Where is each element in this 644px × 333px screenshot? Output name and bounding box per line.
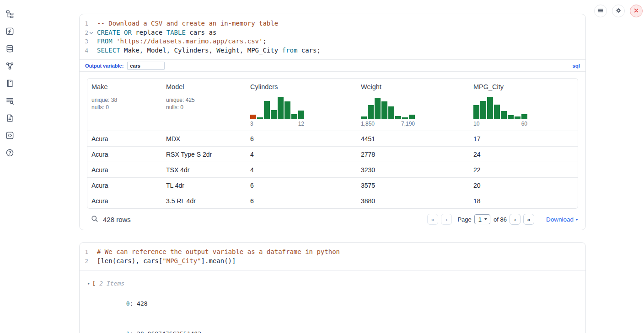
function-icon — [5, 27, 14, 37]
code-line: 2 CREATE OR replace TABLE cars as — [80, 28, 585, 37]
nulls-stat: nulls: 0 — [166, 104, 242, 111]
download-button[interactable]: Download — [546, 216, 578, 223]
sidebar-item-logs[interactable] — [5, 96, 15, 106]
code-line: 1 -- Download a CSV and create an in-mem… — [80, 19, 585, 28]
table-row[interactable]: Acura TSX 4dr 4 3230 22 — [87, 162, 578, 177]
page-select[interactable]: 1 — [474, 214, 490, 224]
next-page-button[interactable]: › — [510, 214, 521, 225]
shutdown-button[interactable] — [630, 5, 643, 17]
colon-separator: : — [129, 330, 137, 333]
chevron-down-icon[interactable]: ▾ — [87, 279, 90, 289]
axis-min: 3 — [250, 121, 253, 127]
code-text: -- Download a CSV and create an in-memor… — [97, 19, 278, 28]
hist-bar — [487, 97, 493, 119]
hist-bar — [395, 116, 401, 120]
line-number: 2 — [80, 28, 88, 37]
database-icon — [5, 44, 14, 54]
line-number: 2 — [80, 257, 88, 266]
pagination: « ‹ Page 1 of 86 › » Download — [424, 214, 578, 225]
mpg-city-histogram — [473, 95, 527, 119]
sql-code-editor[interactable]: 1 -- Download a CSV and create an in-mem… — [80, 14, 585, 59]
hist-bar — [298, 111, 304, 120]
column-name: Weight — [361, 83, 466, 90]
table-header-row: Make unique: 38 nulls: 0 Model unique: 4… — [87, 79, 578, 131]
double-chevron-left-icon: « — [431, 216, 435, 223]
column-header-make[interactable]: Make unique: 38 nulls: 0 — [87, 79, 162, 131]
code-text: FROM 'https://datasets.marimo.app/cars.c… — [97, 37, 267, 46]
histogram-axis: 1,850 7,190 — [361, 121, 415, 127]
tree-entry-value: 20.060747663551403 — [137, 330, 201, 333]
top-actions — [594, 5, 643, 17]
table-search-button[interactable] — [91, 215, 98, 224]
python-cell: 1 # We can reference the output variable… — [79, 242, 586, 333]
table-row[interactable]: Acura MDX 6 4451 17 — [87, 131, 578, 146]
first-page-button[interactable]: « — [427, 214, 438, 225]
column-header-mpg-city[interactable]: MPG_City 10 60 — [469, 79, 578, 131]
tree-entry-value: 428 — [137, 300, 147, 307]
list-search-icon — [5, 96, 14, 106]
settings-button[interactable] — [612, 5, 625, 17]
output-variable-input[interactable] — [127, 62, 165, 70]
code-brackets-icon — [5, 131, 14, 141]
code-text: # We can reference the output variable a… — [97, 248, 340, 257]
column-stats: unique: 425 nulls: 0 — [166, 96, 242, 111]
nulls-stat: nulls: 0 — [91, 104, 158, 111]
chevron-down-icon — [484, 218, 487, 220]
sidebar-item-help[interactable] — [5, 148, 15, 159]
sidebar-item-outline[interactable] — [5, 79, 15, 89]
chevron-right-icon: › — [514, 216, 516, 223]
sidebar-item-snippets[interactable] — [5, 131, 15, 141]
column-header-model[interactable]: Model unique: 425 nulls: 0 — [162, 79, 246, 131]
page-label: Page — [457, 216, 471, 223]
sidebar-item-datasources[interactable] — [5, 44, 15, 54]
sidebar-item-scratchpad[interactable] — [5, 27, 15, 37]
last-page-button[interactable]: » — [523, 214, 534, 225]
hist-bar — [257, 117, 263, 119]
tree-root[interactable]: ▾ [ 2 Items — [87, 279, 578, 289]
hist-bar — [271, 110, 277, 120]
close-icon — [633, 7, 639, 15]
cylinders-histogram — [250, 95, 304, 119]
axis-min: 1,850 — [361, 121, 375, 127]
axis-max: 60 — [521, 121, 527, 127]
code-text: CREATE OR replace TABLE cars as — [97, 28, 216, 37]
table-row[interactable]: Acura 3.5 RL 4dr 6 3880 18 — [87, 193, 578, 208]
axis-min: 10 — [473, 121, 479, 127]
axis-max: 12 — [298, 121, 304, 127]
code-text: SELECT Make, Model, Cylinders, Weight, M… — [97, 46, 321, 55]
hist-bar — [501, 111, 507, 119]
hist-bar — [473, 105, 479, 119]
sql-cell: 1 -- Download a CSV and create an in-mem… — [79, 14, 586, 230]
gear-icon — [615, 7, 622, 15]
column-name: Model — [166, 83, 242, 90]
menu-button[interactable] — [594, 5, 607, 17]
hist-bar — [264, 101, 270, 120]
column-header-cylinders[interactable]: Cylinders 3 12 — [246, 79, 357, 131]
column-header-weight[interactable]: Weight 1,850 7,190 — [357, 79, 469, 131]
hist-bar — [250, 115, 256, 119]
hist-bar — [381, 101, 387, 119]
sidebar-item-documentation[interactable] — [5, 114, 15, 124]
hist-bar — [515, 116, 521, 119]
python-output: ▾ [ 2 Items 0: 428 1: 20.060747663551403… — [80, 270, 585, 333]
sidebar-item-dependency-graph[interactable] — [5, 62, 15, 72]
table-row[interactable]: Acura RSX Type S 2dr 4 2778 24 — [87, 146, 578, 162]
page-select-value: 1 — [478, 216, 482, 223]
python-code-editor[interactable]: 1 # We can reference the output variable… — [80, 243, 585, 270]
row-count: 428 rows — [103, 216, 131, 223]
column-name: MPG_City — [473, 83, 574, 90]
unique-stat: unique: 38 — [91, 96, 158, 104]
hist-bar — [368, 105, 374, 119]
hamburger-menu-icon — [597, 7, 604, 15]
histogram-axis: 3 12 — [250, 121, 304, 127]
data-table: Make unique: 38 nulls: 0 Model unique: 4… — [87, 78, 578, 209]
previous-page-button[interactable]: ‹ — [441, 214, 452, 225]
sidebar-item-files[interactable] — [5, 10, 15, 20]
line-number: 1 — [80, 19, 88, 28]
double-chevron-right-icon: » — [527, 216, 530, 223]
hist-bar — [494, 105, 500, 119]
colon-separator: : — [129, 300, 137, 307]
fold-chevron-icon[interactable] — [89, 31, 93, 35]
table-row[interactable]: Acura TL 4dr 6 3575 20 — [87, 177, 578, 193]
left-sidebar — [0, 0, 19, 333]
